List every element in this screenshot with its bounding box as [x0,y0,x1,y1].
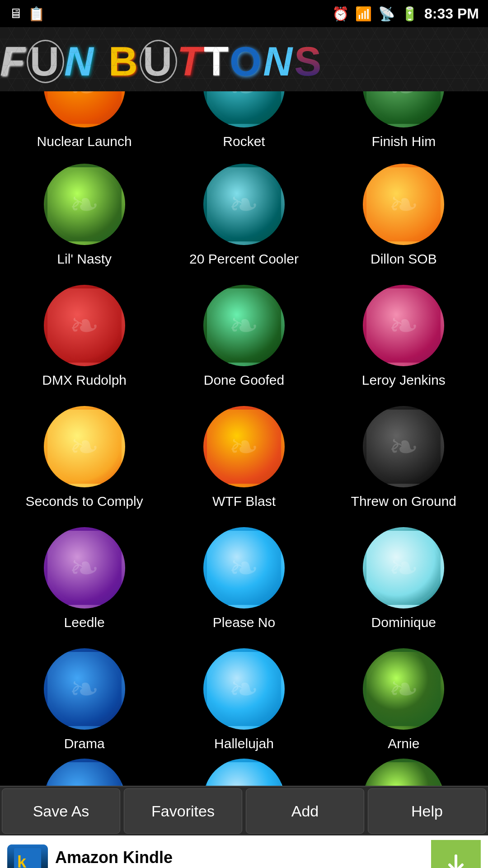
label-please-no: Please No [213,615,275,630]
kindle-ad-icon: k [7,844,48,868]
label-leedle: Leedle [64,615,105,630]
button-hallelujah[interactable] [203,648,285,730]
button-dominique[interactable] [363,527,444,609]
label-finish-him: Finish Him [371,134,436,149]
button-wtf-blast[interactable] [203,406,285,487]
label-done-goofed: Done Goofed [204,373,284,388]
ad-title: Amazon Kindle [55,848,424,867]
partial-cell-2: Rocket [164,91,324,153]
button-drama[interactable] [44,648,125,730]
label-nuclear-launch: Nuclear Launch [37,134,132,149]
label-rocket: Rocket [223,134,265,149]
cell-arnie[interactable]: Arnie [324,637,483,759]
label-lil-nasty: Lil' Nasty [57,251,112,267]
button-dillon-sob[interactable] [363,164,444,245]
cell-done-goofed[interactable]: Done Goofed [164,274,324,395]
battery-icon: 🔋 [401,6,418,22]
button-seconds-to-comply[interactable] [44,406,125,487]
label-20-percent-cooler: 20 Percent Cooler [189,251,299,267]
partial-bottom-row [0,759,488,786]
add-button[interactable]: Add [246,788,364,834]
button-arnie[interactable] [363,648,444,730]
button-20-percent-cooler[interactable] [203,164,285,245]
label-threw-on-ground: Threw on Ground [351,494,456,509]
download-icon [442,851,469,868]
button-done-goofed[interactable] [203,285,285,366]
label-seconds-to-comply: Seconds to Comply [26,494,143,509]
label-hallelujah: Hallelujah [214,736,274,751]
screenshot-icon: 🖥 [9,6,23,22]
label-drama: Drama [64,736,105,751]
wifi-icon: 📶 [355,6,372,22]
cell-leedle[interactable]: Leedle [5,516,164,637]
cell-lil-nasty[interactable]: Lil' Nasty [5,153,164,274]
button-please-no[interactable] [203,527,285,609]
button-next-2-partial[interactable] [203,759,285,786]
button-lil-nasty[interactable] [44,164,125,245]
cell-wtf-blast[interactable]: WTF Blast [164,395,324,516]
bottom-bar: Save As Favorites Add Help [0,786,488,835]
cell-drama[interactable]: Drama [5,637,164,759]
label-dmx-rudolph: DMX Rudolph [42,373,127,388]
cell-dmx-rudolph[interactable]: DMX Rudolph [5,274,164,395]
cell-seconds-to-comply[interactable]: Seconds to Comply [5,395,164,516]
app-header: FUN BUTTONS [0,27,488,91]
status-bar: 🖥 📋 ⏰ 📶 📡 🔋 8:33 PM [0,0,488,27]
partial-cell-3: Finish Him [324,91,483,153]
label-leroy-jenkins: Leroy Jenkins [362,373,446,388]
ad-banner[interactable]: k Amazon Kindle ★★★★☆ (380,931) ✕ [0,835,488,868]
button-dmx-rudolph[interactable] [44,285,125,366]
save-as-button[interactable]: Save As [2,788,120,834]
label-arnie: Arnie [388,736,419,751]
signal-icon: 📡 [378,6,395,22]
ad-download-button[interactable] [431,840,481,868]
cell-hallelujah[interactable]: Hallelujah [164,637,324,759]
button-next-1-partial[interactable] [44,759,125,786]
button-leroy-jenkins[interactable] [363,285,444,366]
cell-leroy-jenkins[interactable]: Leroy Jenkins [324,274,483,395]
app-title: FUN BUTTONS [0,40,488,83]
ad-text-container: Amazon Kindle ★★★★☆ (380,931) [55,848,424,868]
button-leedle[interactable] [44,527,125,609]
button-threw-on-ground[interactable] [363,406,444,487]
cell-threw-on-ground[interactable]: Threw on Ground [324,395,483,516]
cell-please-no[interactable]: Please No [164,516,324,637]
favorites-button[interactable]: Favorites [124,788,242,834]
partial-cell-1: Nuclear Launch [5,91,164,153]
cell-dillon-sob[interactable]: Dillon SOB [324,153,483,274]
label-dillon-sob: Dillon SOB [371,251,437,267]
status-time: 8:33 PM [424,5,479,22]
label-dominique: Dominique [371,615,436,630]
task-icon: 📋 [28,6,45,22]
alarm-icon: ⏰ [332,6,349,22]
button-nuclear-launch-partial[interactable] [44,91,125,127]
partial-top-row: Nuclear Launch Rocket Finish Him [0,91,488,153]
button-next-3-partial[interactable] [363,759,444,786]
label-wtf-blast: WTF Blast [212,494,276,509]
cell-20-percent-cooler[interactable]: 20 Percent Cooler [164,153,324,274]
button-finish-him-partial[interactable] [363,91,444,127]
help-button[interactable]: Help [368,788,486,834]
buttons-grid: Lil' Nasty 20 Percent Cooler Dillon SOB … [0,153,488,759]
cell-dominique[interactable]: Dominique [324,516,483,637]
button-rocket-partial[interactable] [203,91,285,127]
